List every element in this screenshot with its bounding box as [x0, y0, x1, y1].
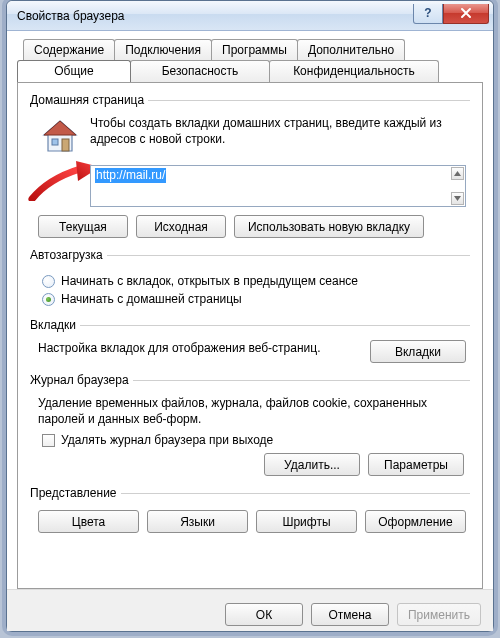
dialog-button-bar: ОК Отмена Применить	[7, 589, 493, 631]
cancel-button[interactable]: Отмена	[311, 603, 389, 626]
group-homepage: Домашняя страница Чтоб	[30, 93, 470, 242]
ok-button[interactable]: ОК	[225, 603, 303, 626]
tab-general[interactable]: Общие	[17, 60, 131, 83]
homepage-url-value: http://mail.ru/	[95, 168, 166, 183]
home-icon	[38, 115, 82, 159]
checkbox-label: Удалять журнал браузера при выходе	[61, 433, 273, 447]
group-appearance-legend: Представление	[30, 486, 121, 500]
tab-privacy[interactable]: Конфиденциальность	[269, 60, 439, 83]
delete-history-button[interactable]: Удалить...	[264, 453, 360, 476]
tab-row-1: Содержание Подключения Программы Дополни…	[23, 39, 483, 61]
tab-panel-general: Домашняя страница Чтоб	[17, 82, 483, 589]
fonts-button[interactable]: Шрифты	[256, 510, 357, 533]
url-scrollbar[interactable]	[451, 167, 464, 205]
checkbox-icon	[42, 434, 55, 447]
accessibility-button[interactable]: Оформление	[365, 510, 466, 533]
homepage-url-input[interactable]: http://mail.ru/	[90, 165, 466, 207]
svg-marker-5	[454, 171, 461, 176]
apply-button[interactable]: Применить	[397, 603, 481, 626]
tab-security[interactable]: Безопасность	[130, 60, 270, 83]
scroll-up-button[interactable]	[451, 167, 464, 180]
close-icon	[460, 7, 472, 19]
group-history-legend: Журнал браузера	[30, 373, 133, 387]
tab-programs[interactable]: Программы	[211, 39, 298, 61]
tab-connections[interactable]: Подключения	[114, 39, 212, 61]
group-history: Журнал браузера Удаление временных файло…	[30, 373, 470, 480]
tabs-description: Настройка вкладок для отображения веб-ст…	[38, 340, 358, 356]
svg-marker-6	[454, 196, 461, 201]
radio-icon	[42, 293, 55, 306]
group-tabs: Вкладки Настройка вкладок для отображени…	[30, 318, 470, 367]
use-default-button[interactable]: Исходная	[136, 215, 226, 238]
help-button[interactable]: ?	[413, 4, 443, 24]
close-button[interactable]	[443, 4, 489, 24]
chevron-down-icon	[454, 196, 461, 201]
group-homepage-legend: Домашняя страница	[30, 93, 148, 107]
group-tabs-legend: Вкладки	[30, 318, 80, 332]
checkbox-delete-on-exit[interactable]: Удалять журнал браузера при выходе	[42, 433, 466, 447]
dialog-window: Свойства браузера ? Содержание Подключен…	[6, 0, 494, 632]
scroll-down-button[interactable]	[451, 192, 464, 205]
homepage-description: Чтобы создать вкладки домашних страниц, …	[90, 115, 466, 159]
chevron-up-icon	[454, 171, 461, 176]
titlebar[interactable]: Свойства браузера ?	[7, 1, 493, 31]
help-icon: ?	[424, 6, 431, 20]
tab-row-2: Общие Безопасность Конфиденциальность	[17, 60, 483, 83]
use-current-button[interactable]: Текущая	[38, 215, 128, 238]
tabs-settings-button[interactable]: Вкладки	[370, 340, 466, 363]
svg-marker-1	[44, 121, 76, 135]
svg-rect-2	[52, 139, 58, 145]
svg-rect-3	[62, 139, 69, 151]
caption-buttons: ?	[413, 4, 489, 26]
client-area: Содержание Подключения Программы Дополни…	[7, 31, 493, 631]
history-settings-button[interactable]: Параметры	[368, 453, 464, 476]
use-newtab-button[interactable]: Использовать новую вкладку	[234, 215, 424, 238]
tab-content[interactable]: Содержание	[23, 39, 115, 61]
group-autostart: Автозагрузка Начинать с вкладок, открыты…	[30, 248, 470, 312]
tab-control: Содержание Подключения Программы Дополни…	[17, 39, 483, 589]
group-appearance: Представление Цвета Языки Шрифты Оформле…	[30, 486, 470, 537]
radio-start-homepage[interactable]: Начинать с домашней страницы	[42, 292, 466, 306]
radio-start-last-session[interactable]: Начинать с вкладок, открытых в предыдуще…	[42, 274, 466, 288]
colors-button[interactable]: Цвета	[38, 510, 139, 533]
group-autostart-legend: Автозагрузка	[30, 248, 107, 262]
radio-label: Начинать с домашней страницы	[61, 292, 242, 306]
radio-label: Начинать с вкладок, открытых в предыдуще…	[61, 274, 358, 288]
tab-advanced[interactable]: Дополнительно	[297, 39, 405, 61]
languages-button[interactable]: Языки	[147, 510, 248, 533]
history-description: Удаление временных файлов, журнала, файл…	[38, 395, 466, 427]
radio-icon	[42, 275, 55, 288]
window-title: Свойства браузера	[17, 9, 413, 23]
